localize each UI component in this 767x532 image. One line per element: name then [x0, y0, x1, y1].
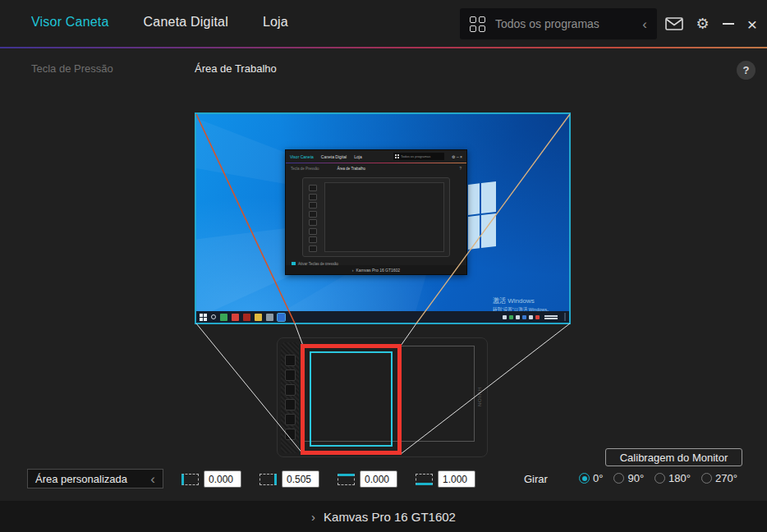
tab-visor-caneta[interactable]: Visor Caneta: [31, 15, 109, 30]
taskbar-app-folder: [255, 314, 262, 321]
mail-icon[interactable]: [665, 17, 683, 30]
apps-grid-icon: [470, 16, 485, 32]
rotate-90-radio[interactable]: 90°: [613, 472, 644, 484]
window-controls: ⚙ ×: [665, 0, 757, 48]
all-programs-label: Todos os programas: [495, 17, 632, 30]
mini-express-keys: [309, 185, 317, 252]
radio-icon: [613, 473, 624, 484]
minimize-button[interactable]: [723, 23, 734, 25]
header-bar: Visor Caneta Caneta Digital Loja Todos o…: [0, 0, 767, 48]
taskbar-clock: [544, 315, 558, 319]
mini-tab-pressure-key: Tecla de Pressão: [291, 167, 319, 171]
selected-area-cyan-rect[interactable]: [310, 351, 393, 447]
settings-gear-icon[interactable]: ⚙: [696, 16, 710, 31]
radio-icon: [579, 473, 590, 484]
tab-loja[interactable]: Loja: [263, 15, 288, 30]
rotate-180-radio[interactable]: 180°: [654, 472, 691, 484]
chevron-right-icon: ›: [311, 510, 315, 524]
radio-icon: [654, 473, 665, 484]
mini-all-programs-dropdown: Todos os programas: [393, 153, 444, 160]
margin-right-group: [259, 470, 319, 488]
mini-tablet-graphic: [302, 177, 450, 257]
mini-nav: Visor Caneta Caneta Digital Loja Todos o…: [286, 150, 466, 163]
margin-right-icon: [259, 474, 277, 485]
mini-help-button: ?: [459, 167, 462, 171]
mini-tab-caneta-digital: Caneta Digital: [321, 154, 347, 159]
margin-left-icon: [181, 474, 199, 485]
radio-icon: [701, 473, 712, 484]
help-button[interactable]: ?: [737, 61, 756, 80]
windows-logo: [468, 181, 496, 250]
system-tray: [503, 313, 566, 321]
mini-tab-loja: Loja: [354, 154, 361, 159]
tab-caneta-digital[interactable]: Caneta Digital: [144, 15, 228, 30]
monitor-preview[interactable]: 激活 Windows 转到“设置”以激活 Windows。 Visor Cane…: [195, 112, 571, 324]
mini-tab-working-area: Área de Trabalho: [338, 167, 366, 171]
device-name: Kamvas Pro 16 GT1602: [324, 510, 456, 524]
mini-window-controls: ⚙ – ×: [452, 154, 462, 159]
device-footer[interactable]: › Kamvas Pro 16 GT1602: [0, 501, 767, 532]
main-nav: Visor Caneta Caneta Digital Loja: [31, 15, 288, 30]
margin-right-input[interactable]: [282, 470, 319, 488]
mini-driver-window: Visor Caneta Caneta Digital Loja Todos o…: [285, 149, 467, 275]
close-button[interactable]: ×: [747, 16, 757, 33]
margin-top-group: [338, 470, 397, 488]
margin-left-group: [181, 470, 241, 488]
taskbar-app-huion-active: [278, 314, 285, 321]
taskbar-app-gray: [266, 314, 273, 321]
express-keys: [285, 355, 296, 440]
margin-left-input[interactable]: [204, 470, 241, 488]
chevron-left-icon[interactable]: ‹: [642, 17, 647, 31]
mini-tablet-active-area: [324, 182, 444, 252]
chevron-left-icon: ‹: [150, 472, 155, 486]
huion-brand-label: HUION: [477, 388, 482, 407]
header-gradient-divider: [0, 47, 767, 48]
mini-apps-grid-icon: [395, 154, 399, 158]
taskbar-app-browser: [220, 314, 227, 321]
monitor-calibration-button[interactable]: Calibragem do Monitor: [605, 448, 742, 466]
mini-subnav: Tecla de Pressão Área de Trabalho ?: [286, 163, 466, 174]
mini-tab-visor-caneta: Visor Caneta: [290, 154, 314, 159]
margin-top-input[interactable]: [360, 470, 397, 488]
all-programs-dropdown[interactable]: Todos os programas ‹: [460, 8, 657, 39]
taskbar: [196, 311, 569, 323]
rotate-270-radio[interactable]: 270°: [701, 472, 737, 484]
tab-pressure-key[interactable]: Tecla de Pressão: [31, 62, 113, 75]
area-mode-dropdown[interactable]: Área personalizada ‹: [27, 469, 163, 488]
search-icon: [211, 314, 216, 319]
tab-working-area[interactable]: Área de Trabalho: [195, 62, 277, 75]
huion-driver-window: Visor Caneta Caneta Digital Loja Todos o…: [0, 0, 767, 532]
taskbar-app-red: [232, 314, 239, 321]
margin-bottom-group: [416, 470, 475, 488]
margin-top-icon: [338, 474, 355, 485]
rotate-label: Girar: [524, 473, 548, 485]
margin-bottom-input[interactable]: [438, 470, 475, 488]
mini-footer: › Kamvas Pro 16 GT1602: [286, 265, 466, 274]
rotate-options: 0° 90° 180° 270°: [579, 472, 737, 484]
start-button-icon: [200, 314, 207, 321]
rotate-0-radio[interactable]: 0°: [579, 472, 603, 484]
taskbar-app-darkred: [243, 314, 250, 321]
margin-bottom-icon: [416, 474, 433, 485]
show-desktop-edge: [564, 313, 566, 321]
